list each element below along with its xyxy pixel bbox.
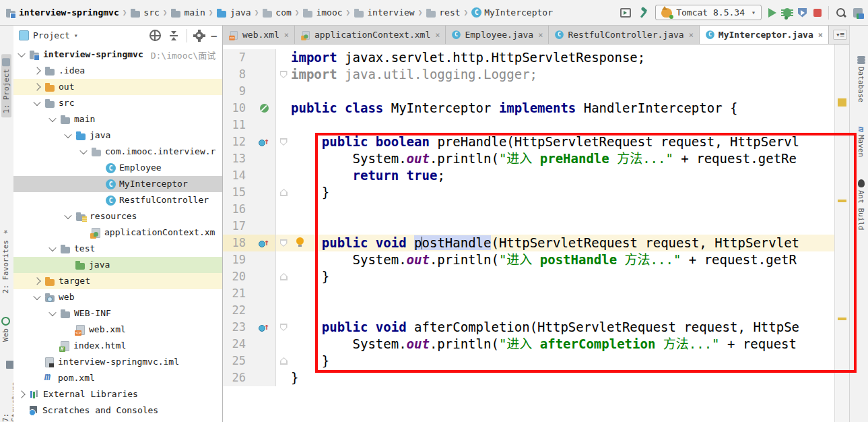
code-line-7[interactable]: 7import javax.servlet.http.HttpServletRe…	[223, 49, 835, 66]
hide-panel-icon[interactable]: —	[211, 31, 217, 40]
fold-marker-icon[interactable]	[280, 357, 288, 365]
tree-item--idea[interactable]: .idea	[13, 63, 222, 79]
editor-error-stripe[interactable]	[834, 44, 850, 422]
locate-file-icon[interactable]	[149, 30, 161, 41]
code-line-24[interactable]: 24 System.out.println("进入 afterCompletio…	[223, 336, 835, 353]
breadcrumb-item[interactable]: java	[216, 7, 251, 18]
stripe-button-favorites[interactable]: 2: Favorites★	[1, 228, 10, 293]
tree-chevron-icon[interactable]	[33, 98, 40, 106]
stripe-button-maven[interactable]: mMaven	[857, 127, 865, 157]
code-line-26[interactable]: 26}	[223, 369, 835, 386]
override-marker-icon[interactable]	[259, 323, 269, 332]
run-window-icon[interactable]	[620, 8, 631, 18]
breadcrumb-item[interactable]: src	[130, 7, 159, 18]
tree-item-restfulcontroller[interactable]: RestfulController	[13, 192, 222, 208]
tab-options-icon[interactable]: ▾≡	[833, 30, 847, 40]
tree-item-resources[interactable]: resources	[13, 208, 222, 224]
intention-bulb-icon[interactable]	[296, 237, 304, 245]
collapse-all-icon[interactable]	[169, 31, 178, 40]
tree-item-employee[interactable]: Employee	[13, 160, 222, 176]
project-structure-button[interactable]	[853, 8, 863, 18]
tree-chevron-icon[interactable]	[48, 309, 56, 316]
tree-item-external-libraries[interactable]: External Libraries	[13, 386, 222, 402]
breadcrumb-item[interactable]: MyInterceptor	[471, 7, 553, 18]
code-line-18[interactable]: 18 public void postHandle(HttpServletReq…	[223, 235, 835, 251]
class-marker-icon[interactable]	[260, 104, 269, 113]
code-line-23[interactable]: 23 public void afterCompletion(HttpServl…	[223, 319, 835, 336]
code-editor[interactable]: 7import javax.servlet.http.HttpServletRe…	[223, 44, 835, 422]
tree-chevron-icon[interactable]	[64, 131, 71, 138]
stripe-button-ant[interactable]: Ant Build	[857, 179, 865, 231]
tree-chevron-icon[interactable]	[18, 390, 25, 398]
editor-tab-restfulcontroller-java[interactable]: RestfulController.java×	[549, 26, 699, 44]
editor-tab-applicationcontext-xml[interactable]: applicationContext.xml×	[295, 26, 446, 44]
tree-item-java[interactable]: java	[13, 127, 222, 144]
tree-item-applicationcontext-xm[interactable]: applicationContext.xm	[13, 224, 222, 241]
tree-item-web[interactable]: web	[13, 289, 222, 305]
search-everywhere-button[interactable]	[836, 7, 846, 18]
tree-item-out[interactable]: out	[13, 79, 222, 95]
tab-close-icon[interactable]: ×	[818, 30, 823, 40]
code-line-8[interactable]: 8import java.util.logging.Logger;	[223, 66, 835, 83]
fold-marker-icon[interactable]	[280, 138, 288, 146]
tree-chevron-icon[interactable]	[33, 293, 40, 300]
code-line-25[interactable]: 25 }	[223, 353, 835, 369]
code-line-10[interactable]: 10public class MyInterceptor implements …	[223, 100, 835, 117]
tree-item-interview-springmvc[interactable]: interview-springmvcD:\imooc\面试	[13, 47, 222, 63]
code-line-19[interactable]: 19 System.out.println("进入 postHandle 方法.…	[223, 251, 835, 268]
stripe-button-database[interactable]: Database	[857, 56, 865, 102]
code-line-16[interactable]: 16	[223, 201, 835, 218]
tree-chevron-icon[interactable]	[33, 83, 40, 90]
code-line-22[interactable]: 22	[223, 302, 835, 319]
code-line-15[interactable]: 15 }	[223, 184, 835, 201]
tree-chevron-icon[interactable]	[33, 67, 40, 74]
project-view-selector[interactable]: Project ▾	[19, 30, 78, 40]
tree-item-myinterceptor[interactable]: MyInterceptor	[13, 176, 222, 192]
tree-chevron-icon[interactable]	[48, 115, 56, 122]
stop-button[interactable]	[813, 9, 822, 17]
tree-item-interview-springmvc-iml[interactable]: interview-springmvc.iml	[13, 354, 222, 370]
code-line-11[interactable]: 11	[223, 117, 835, 133]
code-line-12[interactable]: 12 public boolean preHandle(HttpServletR…	[223, 133, 835, 150]
tree-item-pom-xml[interactable]: pom.xml	[13, 370, 222, 386]
run-config-select[interactable]: Tomcat 8.5.34 ▾	[655, 5, 762, 20]
code-line-17[interactable]: 17	[223, 218, 835, 235]
fold-marker-icon[interactable]	[280, 324, 288, 331]
tree-chevron-icon[interactable]	[48, 244, 56, 251]
fold-marker-icon[interactable]	[280, 71, 288, 78]
editor-tab-myinterceptor-java[interactable]: MyInterceptor.java×	[700, 26, 829, 44]
fold-marker-icon[interactable]	[280, 273, 288, 280]
tree-chevron-icon[interactable]	[64, 212, 71, 219]
tree-item-java[interactable]: java	[13, 257, 222, 273]
tree-item-src[interactable]: src	[13, 95, 222, 111]
tree-item-scratches-and-consoles[interactable]: Scratches and Consoles	[13, 402, 222, 419]
code-line-14[interactable]: 14 return true;	[223, 167, 835, 184]
breadcrumb-item[interactable]: rest	[426, 7, 460, 18]
tab-close-icon[interactable]: ×	[435, 30, 440, 40]
tree-item-index-html[interactable]: index.html	[13, 338, 222, 354]
code-line-21[interactable]: 21	[223, 285, 835, 302]
code-line-9[interactable]: 9	[223, 83, 835, 100]
stripe-button-project[interactable]: 1: Project	[1, 54, 11, 117]
code-line-13[interactable]: 13 System.out.println("进入 preHandle 方法..…	[223, 150, 835, 167]
gear-icon[interactable]	[195, 32, 203, 40]
fold-marker-icon[interactable]	[280, 239, 288, 247]
breadcrumb-item[interactable]: interview	[354, 7, 414, 18]
breadcrumb-item[interactable]: interview-springmvc	[5, 7, 119, 18]
tree-chevron-icon[interactable]	[79, 147, 87, 154]
run-button[interactable]	[768, 8, 776, 18]
coverage-button[interactable]	[798, 8, 807, 18]
override-marker-icon[interactable]	[259, 138, 269, 147]
stripe-button-web[interactable]: Web	[1, 317, 10, 342]
editor-tab-employee-java[interactable]: Employee.java×	[446, 26, 549, 44]
tab-close-icon[interactable]: ×	[538, 30, 543, 40]
tree-item-target[interactable]: target	[13, 273, 222, 289]
tree-item-test[interactable]: test	[13, 241, 222, 257]
tab-close-icon[interactable]: ×	[284, 30, 289, 40]
tree-item-main[interactable]: main	[13, 111, 222, 127]
breadcrumb-item[interactable]: com	[262, 7, 291, 18]
debug-button[interactable]	[783, 8, 791, 18]
tree-chevron-icon[interactable]	[33, 277, 40, 284]
tree-item-web-inf[interactable]: WEB-INF	[13, 305, 222, 322]
breadcrumb-item[interactable]: imooc	[302, 7, 342, 18]
